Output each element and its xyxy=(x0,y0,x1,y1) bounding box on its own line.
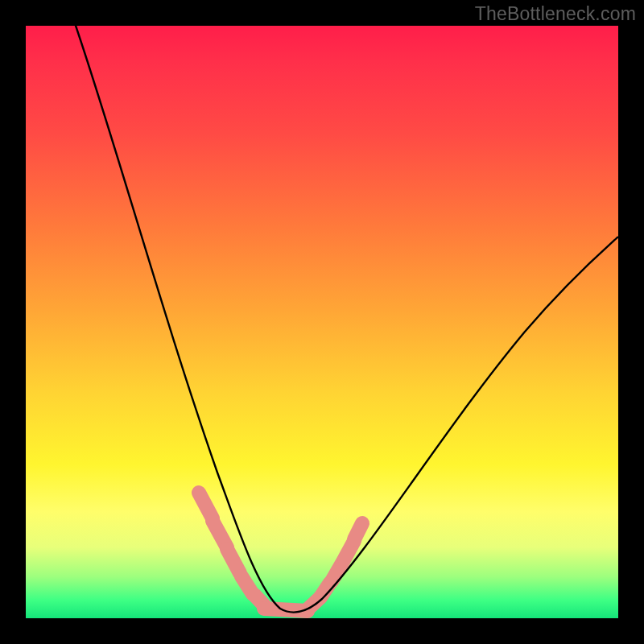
curve-layer xyxy=(26,26,618,618)
plot-area xyxy=(26,26,618,618)
watermark-text: TheBottleneck.com xyxy=(475,3,636,25)
chart-frame: TheBottleneck.com xyxy=(0,0,644,644)
black-curve xyxy=(74,21,618,612)
pink-confidence-band xyxy=(199,493,362,611)
